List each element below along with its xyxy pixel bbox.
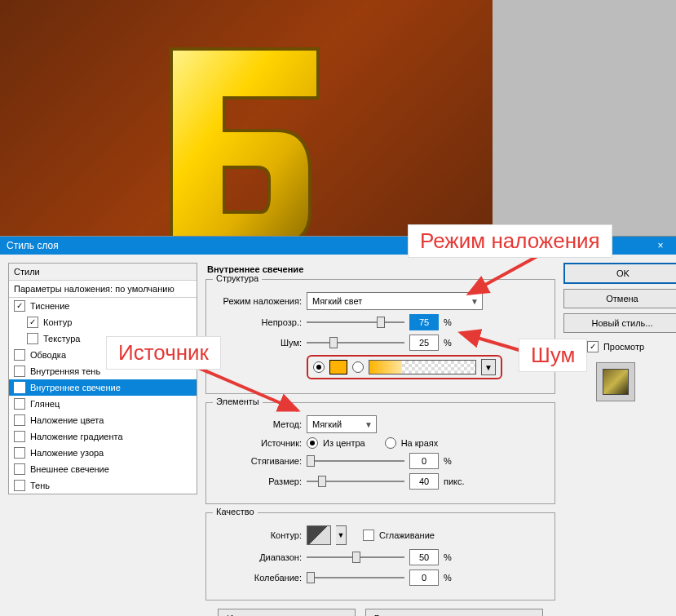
style-item-label: Внутреннее свечение [30, 383, 121, 392]
style-item-6[interactable]: Глянец [9, 396, 197, 412]
style-item-2[interactable]: Текстура [9, 330, 197, 347]
noise-slider[interactable] [307, 337, 404, 348]
jitter-unit: % [444, 573, 452, 583]
choke-input[interactable]: 0 [409, 453, 439, 469]
canvas-preview [0, 0, 493, 253]
choke-unit: % [444, 456, 452, 466]
style-item-7[interactable]: Наложение цвета [9, 412, 197, 428]
quality-legend: Качество [213, 507, 258, 516]
choke-slider[interactable] [307, 455, 404, 467]
reset-default-button[interactable]: Восстановить значения по умолчанию [365, 609, 543, 616]
ok-button[interactable]: OK [563, 263, 676, 284]
cancel-button[interactable]: Отмена [563, 289, 676, 308]
structure-group: Структура Режим наложения: Мягкий свет ▼… [205, 279, 555, 394]
style-checkbox[interactable] [27, 333, 38, 344]
style-item-label: Внутренняя тень [30, 366, 100, 376]
color-swatch[interactable] [329, 360, 347, 374]
new-style-button[interactable]: Новый стиль... [563, 313, 676, 333]
contour-dropdown-icon[interactable]: ▼ [336, 525, 347, 545]
style-item-4[interactable]: Внутренняя тень [9, 363, 197, 379]
opacity-label: Непрозр.: [216, 317, 302, 327]
style-checkbox[interactable] [14, 463, 25, 475]
style-item-label: Контур [43, 317, 72, 327]
jitter-label: Колебание: [216, 573, 302, 583]
opacity-input[interactable]: 75 [409, 314, 439, 330]
style-item-0[interactable]: Тиснение [9, 298, 197, 314]
quality-group: Качество Контур: ▼ Сглаживание Диапазон:… [205, 512, 555, 600]
size-label: Размер: [216, 476, 302, 486]
style-item-label: Текстура [43, 334, 80, 343]
close-icon[interactable]: × [652, 237, 669, 255]
style-item-label: Тень [30, 481, 50, 490]
style-checkbox[interactable] [14, 349, 25, 361]
style-checkbox[interactable] [14, 447, 25, 459]
source-label: Источник: [216, 438, 302, 448]
effect-preview-swatch [596, 362, 635, 401]
size-input[interactable]: 40 [409, 473, 439, 490]
style-item-10[interactable]: Внешнее свечение [9, 461, 197, 477]
blend-mode-label: Режим наложения: [216, 296, 302, 306]
antialias-checkbox[interactable] [363, 530, 374, 541]
method-label: Метод: [216, 419, 302, 429]
range-unit: % [444, 552, 452, 562]
make-default-button[interactable]: Использовать по умолчанию [218, 609, 355, 616]
style-checkbox[interactable] [14, 398, 25, 410]
preview-checkbox[interactable] [587, 341, 599, 352]
blending-options-item[interactable]: Параметры наложения: по умолчанию [9, 281, 197, 298]
style-item-label: Обводка [30, 350, 66, 360]
style-item-8[interactable]: Наложение градиента [9, 428, 197, 445]
opacity-unit: % [444, 317, 452, 327]
size-unit: пикс. [444, 476, 465, 486]
dialog-title: Стиль слоя [7, 237, 59, 255]
source-center-radio[interactable] [307, 437, 318, 449]
style-item-label: Внешнее свечение [30, 464, 109, 474]
elements-group: Элементы Метод: Мягкий ▼ Источник: Из це… [205, 402, 555, 504]
noise-label: Шум: [216, 338, 302, 348]
style-item-1[interactable]: Контур [9, 314, 197, 330]
gradient-dropdown-icon[interactable]: ▼ [481, 359, 496, 375]
source-edge-radio[interactable] [385, 437, 396, 449]
style-item-5[interactable]: Внутреннее свечение [9, 379, 197, 396]
noise-input[interactable]: 25 [409, 335, 439, 351]
artwork-letter [147, 41, 342, 253]
gradient-strip[interactable] [369, 360, 476, 374]
workspace-background [493, 0, 676, 253]
dialog-titlebar[interactable]: Стиль слоя × [0, 237, 676, 255]
style-checkbox[interactable] [14, 480, 25, 491]
style-item-9[interactable]: Наложение узора [9, 445, 197, 461]
layer-style-dialog: Стиль слоя × Стили Параметры наложения: … [0, 237, 676, 616]
range-slider[interactable] [307, 552, 404, 563]
contour-swatch[interactable] [307, 525, 331, 545]
elements-legend: Элементы [213, 397, 263, 406]
style-item-label: Наложение градиента [30, 432, 123, 441]
style-item-3[interactable]: Обводка [9, 347, 197, 363]
styles-header: Стили [9, 264, 197, 281]
gradient-radio[interactable] [352, 361, 364, 373]
styles-list: Стили Параметры наложения: по умолчанию … [8, 263, 197, 494]
method-select[interactable]: Мягкий ▼ [307, 415, 377, 433]
choke-label: Стягивание: [216, 456, 302, 466]
antialias-label: Сглаживание [379, 530, 435, 540]
opacity-slider[interactable] [307, 317, 404, 328]
style-checkbox[interactable] [14, 431, 25, 442]
range-input[interactable]: 50 [409, 549, 439, 565]
style-checkbox[interactable] [27, 317, 38, 328]
size-slider[interactable] [307, 476, 404, 487]
style-item-label: Тиснение [30, 301, 69, 311]
style-item-11[interactable]: Тень [9, 477, 197, 494]
jitter-slider[interactable] [307, 572, 404, 583]
solid-color-radio[interactable] [313, 361, 325, 373]
source-edge-label: На краях [401, 438, 439, 448]
style-checkbox[interactable] [14, 382, 25, 393]
style-checkbox[interactable] [14, 414, 25, 426]
chevron-down-icon: ▼ [471, 297, 479, 306]
range-label: Диапазон: [216, 552, 302, 562]
source-center-label: Из центра [323, 438, 365, 448]
style-checkbox[interactable] [14, 366, 25, 377]
glow-color-picker-group: ▼ [307, 355, 502, 379]
style-checkbox[interactable] [14, 300, 25, 312]
blend-mode-select[interactable]: Мягкий свет ▼ [307, 292, 483, 310]
style-item-label: Наложение цвета [30, 415, 104, 425]
jitter-input[interactable]: 0 [409, 569, 439, 586]
style-item-label: Глянец [30, 399, 60, 409]
